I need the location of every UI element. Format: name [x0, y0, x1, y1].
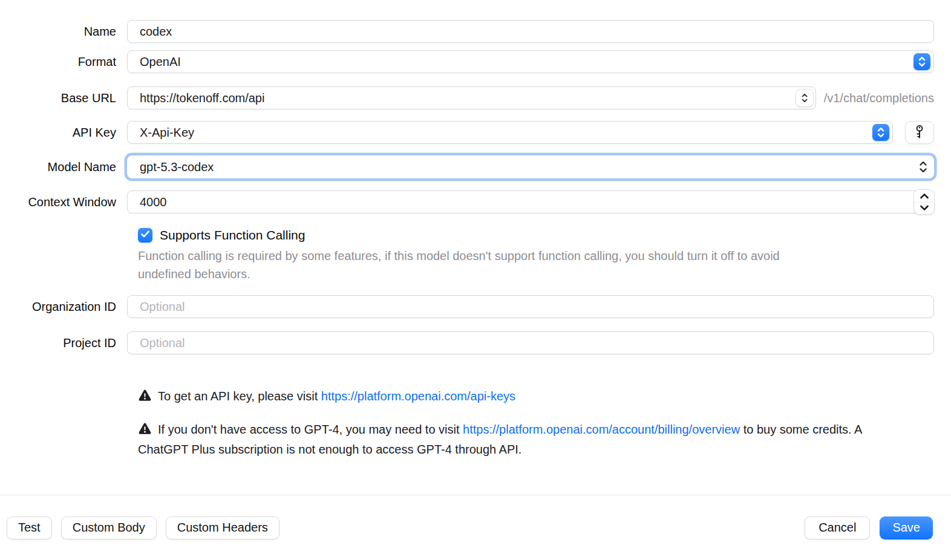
- api-keys-link[interactable]: https://platform.openai.com/api-keys: [321, 389, 515, 403]
- supports-function-calling-label: Supports Function Calling: [160, 228, 305, 243]
- function-calling-row: Supports Function Calling: [0, 228, 934, 243]
- key-icon: [912, 124, 927, 142]
- custom-body-button[interactable]: Custom Body: [61, 516, 157, 539]
- chevron-up-down-icon[interactable]: [913, 53, 930, 70]
- warning-triangle-icon: [138, 422, 152, 440]
- cancel-button[interactable]: Cancel: [805, 516, 870, 539]
- base-url-input[interactable]: [127, 86, 816, 109]
- checkmark-icon: [140, 230, 150, 241]
- project-id-input[interactable]: [127, 331, 934, 354]
- save-button[interactable]: Save: [880, 516, 933, 539]
- api-key-notice: To get an API key, please visit https://…: [0, 387, 934, 407]
- name-row: Name: [0, 20, 934, 43]
- context-window-label: Context Window: [0, 195, 127, 209]
- model-name-label: Model Name: [0, 160, 127, 174]
- api-key-label: API Key: [0, 126, 127, 140]
- function-calling-description: Function calling is required by some fea…: [0, 247, 805, 283]
- context-window-input[interactable]: [127, 190, 934, 213]
- gpt4-access-notice: If you don't have access to GPT-4, you m…: [0, 420, 934, 458]
- chevron-up-down-icon[interactable]: [872, 124, 889, 141]
- api-key-selected-value: X-Api-Key: [140, 126, 194, 140]
- chevron-up-down-icon[interactable]: [796, 89, 814, 107]
- name-label: Name: [0, 25, 127, 39]
- warning-triangle-icon: [138, 389, 152, 407]
- billing-overview-link[interactable]: https://platform.openai.com/account/bill…: [463, 423, 740, 436]
- base-url-row: Base URL /v1/chat/completions: [0, 86, 934, 109]
- model-name-combobox[interactable]: [127, 155, 934, 178]
- project-id-row: Project ID: [0, 331, 934, 354]
- format-selected-value: OpenAI: [140, 55, 181, 69]
- model-settings-form: Name Format OpenAI Base URL /v1: [0, 0, 951, 495]
- organization-id-input[interactable]: [127, 295, 934, 318]
- custom-headers-button[interactable]: Custom Headers: [166, 516, 279, 539]
- supports-function-calling-checkbox[interactable]: [138, 228, 152, 243]
- stepper-increment-icon[interactable]: [914, 190, 934, 202]
- base-url-label: Base URL: [0, 91, 127, 105]
- api-key-row: API Key X-Api-Key: [0, 121, 934, 144]
- project-id-label: Project ID: [0, 336, 127, 350]
- api-key-select[interactable]: X-Api-Key: [127, 121, 893, 144]
- chevron-up-down-icon[interactable]: [918, 159, 929, 175]
- test-button[interactable]: Test: [7, 516, 52, 539]
- notice-text: If you don't have access to GPT-4, you m…: [158, 423, 463, 436]
- format-label: Format: [0, 55, 127, 69]
- reveal-api-key-button[interactable]: [905, 121, 934, 144]
- name-input[interactable]: [127, 20, 934, 43]
- context-window-stepper[interactable]: [913, 189, 935, 215]
- api-path-suffix: /v1/chat/completions: [824, 91, 934, 105]
- stepper-decrement-icon[interactable]: [914, 202, 934, 215]
- organization-id-label: Organization ID: [0, 300, 127, 314]
- format-row: Format OpenAI: [0, 50, 934, 73]
- format-select[interactable]: OpenAI: [127, 50, 934, 73]
- organization-id-row: Organization ID: [0, 295, 934, 318]
- dialog-footer: Test Custom Body Custom Headers Cancel S…: [0, 495, 951, 560]
- notice-text: To get an API key, please visit: [158, 389, 321, 403]
- context-window-row: Context Window: [0, 190, 934, 213]
- model-name-row: Model Name: [0, 155, 934, 178]
